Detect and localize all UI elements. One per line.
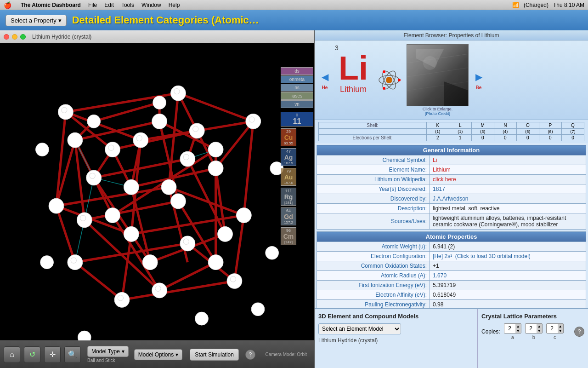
sub-shell-k: (1) [426, 129, 449, 135]
atomic-props-table: Atomic Properties Atomic Weight (u): 6.9… [317, 231, 586, 308]
electronegativity-label: Pauling Electronegativity: [317, 300, 430, 309]
maximize-button[interactable] [20, 34, 26, 40]
minimize-button[interactable] [12, 34, 17, 40]
svg-point-113 [383, 70, 385, 73]
atomic-weight-value: 6.941 (2) [430, 242, 586, 252]
copies-b-up[interactable]: ▲ [537, 324, 542, 328]
electron-config-label: Electron Configuration: [317, 252, 430, 261]
svg-point-92 [78, 331, 91, 340]
svg-point-96 [249, 117, 254, 122]
home-button[interactable]: ⌂ [4, 346, 20, 363]
electrons-m: 0 [471, 135, 494, 141]
shell-table-wrapper: Shell: K L M N O P Q (1) (1) (3) [315, 120, 588, 143]
copies-c-input[interactable] [547, 324, 558, 333]
oxidation-states-value: +1 [430, 261, 586, 271]
discovered-by-value: J.A.Arfwedson [430, 194, 586, 204]
copies-c-spinbox[interactable]: ▲ ▼ [546, 323, 564, 334]
svg-point-103 [71, 258, 76, 263]
copies-c-up[interactable]: ▲ [558, 324, 563, 328]
menu-window[interactable]: Window [141, 2, 161, 8]
atomic-radius-label: Atomic Radius (A): [317, 271, 430, 281]
table-row: Discovered by: J.A.Arfwedson [317, 194, 586, 204]
shell-q: Q [561, 122, 584, 129]
svg-point-99 [193, 126, 198, 132]
svg-point-66 [152, 114, 167, 129]
svg-point-100 [90, 173, 95, 178]
prev-element-button[interactable]: ◀ [318, 70, 331, 83]
electron-config-value[interactable]: [He] 2s¹ (Click to load 3D orbital model… [430, 252, 586, 261]
bottom-panels: 3D Element and Compound Models Select an… [315, 308, 588, 368]
apple-menu[interactable]: 🍎 [4, 1, 11, 9]
help-button[interactable]: ? [245, 350, 255, 360]
copies-a-down[interactable]: ▼ [515, 328, 521, 333]
svg-point-68 [105, 208, 120, 223]
svg-point-112 [398, 79, 401, 81]
model-options-dropdown[interactable]: Model Options ▾ [134, 349, 182, 360]
element-symbol: Li [339, 52, 368, 85]
menu-file[interactable]: File [88, 2, 97, 8]
svg-point-105 [230, 276, 236, 282]
wikipedia-label: Lithium on Wikipedia: [317, 175, 430, 184]
element-model-select[interactable]: Select an Element Model [318, 323, 401, 334]
element-image[interactable] [407, 44, 469, 106]
copies-c-axis: c [554, 334, 556, 340]
description-label: Description: [317, 204, 430, 213]
copies-b-input[interactable] [526, 324, 537, 333]
menubar: 🍎 The Atomic Dashboard File Edit Tools W… [0, 0, 588, 10]
table-row: Sources/Uses: lightweight aluminum alloy… [317, 213, 586, 230]
elem-name-label: Element Name: [317, 165, 430, 175]
menu-edit[interactable]: Edit [104, 2, 114, 8]
model-type-dropdown[interactable]: Model Type ▾ [87, 346, 129, 357]
close-button[interactable] [4, 34, 9, 40]
sub-shell-n: (4) [494, 129, 516, 135]
svg-point-88 [266, 246, 279, 259]
move-button[interactable]: ✛ [44, 346, 61, 363]
next-element-button[interactable]: ▶ [472, 70, 485, 83]
svg-point-95 [174, 88, 180, 94]
svg-point-70 [161, 179, 176, 195]
model-type-arrow-icon: ▾ [122, 348, 124, 355]
shell-n: N [494, 122, 516, 129]
copies-b-spinbox[interactable]: ▲ ▼ [525, 323, 543, 334]
model-style-label: Ball and Stick [87, 358, 129, 363]
click-enlarge-text[interactable]: Click to Enlarge. [423, 107, 453, 111]
prev-element-label: He [318, 85, 331, 90]
table-row: Pauling Electronegativity: 0.98 [317, 300, 586, 309]
select-property-label: Select a Property [11, 17, 57, 24]
model-options-label: Model Options [138, 351, 174, 358]
ionization-energy-label: First Ionization Energy (eV): [317, 281, 430, 290]
table-row: Electron Affinity (eV): 0.618049 [317, 290, 586, 300]
copies-a-up[interactable]: ▲ [515, 324, 521, 328]
lattice-help-button[interactable]: ? [574, 327, 584, 337]
copies-a-spinbox[interactable]: ▲ ▼ [504, 323, 521, 334]
zoom-button[interactable]: 🔍 [64, 346, 81, 363]
menu-help[interactable]: Help [169, 2, 180, 8]
browser-title: Element Browser: Properties of Lithium [403, 32, 499, 39]
copies-b-down[interactable]: ▼ [537, 328, 542, 333]
photo-credit-link[interactable]: [Photo Credit] [425, 111, 450, 116]
electrons-label: Electrons per Shell: [319, 135, 427, 141]
element-nav-next: ▶ Be [472, 44, 485, 116]
start-simulation-button[interactable]: Start Simulation [190, 349, 239, 361]
select-property-button[interactable]: Select a Property ▾ [6, 15, 67, 26]
chem-symbol-label: Chemical Symbol: [317, 155, 430, 165]
start-sim-label: Start Simulation [195, 351, 234, 358]
window-title: Lithium Hydride (crystal) [32, 34, 91, 40]
camera-mode-value: Orbit [297, 352, 307, 357]
wikipedia-link[interactable]: click here [430, 175, 586, 184]
content-area: Lithium Hydride (crystal) [0, 30, 588, 368]
rotate-button[interactable]: ↺ [24, 346, 40, 363]
atom-model-icon [375, 44, 403, 116]
svg-point-64 [124, 179, 139, 195]
copies-a-input[interactable] [504, 324, 515, 333]
shell-label: Shell: [319, 122, 427, 129]
menu-tools[interactable]: Tools [121, 2, 134, 8]
electron-affinity-label: Electron Affinity (eV): [317, 290, 430, 300]
camera-mode-label: Camera Mode: [265, 352, 295, 357]
viewport-3d[interactable]: ds onmeta ns iases vn 0 11 [0, 43, 314, 340]
shell-m: M [471, 122, 494, 129]
copies-c-down[interactable]: ▼ [558, 328, 563, 333]
svg-point-69 [49, 198, 64, 213]
element-image-svg [407, 45, 469, 106]
top-toolbar: Select a Property ▾ Detailed Element Cat… [0, 10, 588, 30]
